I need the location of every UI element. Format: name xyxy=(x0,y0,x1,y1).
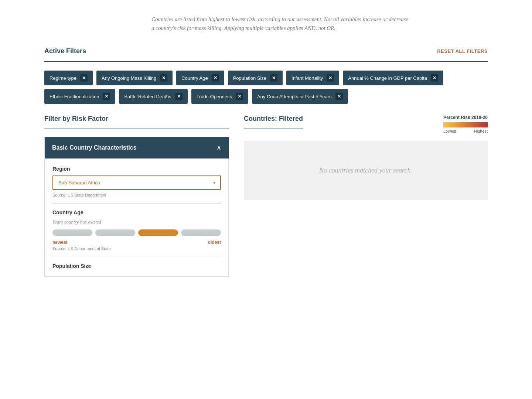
filter-panel-title: Filter by Risk Factor xyxy=(44,115,229,123)
filter-tag-label: Regime type xyxy=(50,75,76,81)
range-segment-1 xyxy=(52,229,92,236)
range-segment-4 xyxy=(181,229,221,236)
filter-tag-ethnic-frac[interactable]: Ethnic Fractionalization✕ xyxy=(44,89,115,104)
filter-tag-regime-type[interactable]: Regime type✕ xyxy=(44,71,93,85)
filter-tag-close-icon[interactable]: ✕ xyxy=(431,74,438,82)
filter-tag-trade-openness[interactable]: Trade Openness✕ xyxy=(191,89,248,104)
country-age-label: Country Age xyxy=(52,209,221,215)
filter-tag-close-icon[interactable]: ✕ xyxy=(160,74,167,82)
filter-tag-coup-attempts[interactable]: Any Coup Attempts in Past 5 Years✕ xyxy=(252,89,348,104)
filter-tag-close-icon[interactable]: ✕ xyxy=(80,74,88,82)
filter-tags-container: Regime type✕Any Ongoing Mass Killing✕Cou… xyxy=(44,71,488,104)
filter-tag-label: Trade Openness xyxy=(197,94,232,99)
range-segment-active xyxy=(138,229,178,236)
countries-panel: Countries: Filtered Percent Risk 2019-20… xyxy=(244,115,488,200)
accordion-basic-country: Basic Country Characteristics ∧ Region S… xyxy=(44,137,229,277)
filter-tag-battle-deaths[interactable]: Battle-Related Deaths✕ xyxy=(119,89,187,104)
filter-tag-label: Any Coup Attempts in Past 5 Years xyxy=(257,94,332,99)
filter-tag-gdp-change[interactable]: Annual % Change in GDP per Capita✕ xyxy=(343,71,443,85)
filter-tag-label: Annual % Change in GDP per Capita xyxy=(348,75,427,81)
filter-tag-close-icon[interactable]: ✕ xyxy=(175,93,183,100)
filter-tag-infant-mortality[interactable]: Infant Mortality✕ xyxy=(286,71,339,85)
filter-tag-label: Infant Mortality xyxy=(291,75,323,81)
range-segment-2 xyxy=(95,229,135,236)
filter-tag-close-icon[interactable]: ✕ xyxy=(103,93,110,100)
country-age-subtitle: Years country has existed xyxy=(52,219,221,225)
population-size-label: Population Size xyxy=(52,263,221,269)
filter-tag-close-icon[interactable]: ✕ xyxy=(212,74,219,82)
region-select-wrapper: Sub-Saharan Africa Middle East & North A… xyxy=(52,175,221,190)
range-label-newest: newest xyxy=(52,240,68,245)
active-filters-title: Active Filters xyxy=(44,47,86,55)
filter-tag-close-icon[interactable]: ✕ xyxy=(270,74,277,82)
region-select[interactable]: Sub-Saharan Africa Middle East & North A… xyxy=(52,175,221,190)
range-labels: newest oldest xyxy=(52,240,221,245)
percent-risk-legend: Percent Risk 2019-20 Lowest Highest xyxy=(443,115,488,133)
filter-tag-close-icon[interactable]: ✕ xyxy=(327,74,334,82)
accordion-chevron-icon: ∧ xyxy=(216,144,221,152)
filter-tag-label: Population Size xyxy=(233,75,266,81)
country-age-source: Source: US Department of State xyxy=(52,246,221,251)
countries-results-box: No countries matched your search. xyxy=(244,141,488,200)
legend-lowest-label: Lowest xyxy=(443,129,456,133)
filter-tag-label: Any Ongoing Mass Killing xyxy=(102,75,156,81)
filter-tag-close-icon[interactable]: ✕ xyxy=(236,93,243,100)
accordion-header[interactable]: Basic Country Characteristics ∧ xyxy=(45,137,229,158)
filter-tag-label: Ethnic Fractionalization xyxy=(50,94,99,99)
region-divider xyxy=(52,203,221,204)
region-label: Region xyxy=(52,166,221,172)
main-content: Filter by Risk Factor Basic Country Char… xyxy=(44,115,488,277)
region-source: Source: US State Department xyxy=(52,193,221,197)
accordion-title: Basic Country Characteristics xyxy=(52,144,137,151)
legend-gradient xyxy=(443,122,488,127)
filter-tag-population-size[interactable]: Population Size✕ xyxy=(228,71,283,85)
no-results-message: No countries matched your search. xyxy=(319,167,412,174)
intro-text: Countries are listed from highest to low… xyxy=(122,15,410,33)
filter-tag-ongoing-mass-killing[interactable]: Any Ongoing Mass Killing✕ xyxy=(96,71,173,85)
reset-all-filters-button[interactable]: RESET ALL FILTERS xyxy=(437,48,488,54)
filter-tag-close-icon[interactable]: ✕ xyxy=(335,93,343,100)
filters-divider xyxy=(44,61,488,62)
filter-tag-country-age[interactable]: Country Age✕ xyxy=(176,71,224,85)
countries-panel-title: Countries: Filtered xyxy=(244,115,303,123)
filter-panel-divider xyxy=(44,129,229,129)
legend-labels: Lowest Highest xyxy=(443,129,488,133)
legend-title: Percent Risk 2019-20 xyxy=(443,115,488,120)
country-age-divider xyxy=(52,257,221,257)
filter-tag-label: Country Age xyxy=(181,75,208,81)
active-filters-section: Active Filters RESET ALL FILTERS Regime … xyxy=(44,47,488,104)
filter-tag-label: Battle-Related Deaths xyxy=(124,94,171,99)
country-age-slider[interactable] xyxy=(52,229,221,236)
accordion-body: Region Sub-Saharan Africa Middle East & … xyxy=(45,158,229,277)
filter-panel: Filter by Risk Factor Basic Country Char… xyxy=(44,115,229,277)
countries-panel-divider xyxy=(244,129,303,129)
range-label-oldest: oldest xyxy=(208,240,221,245)
legend-highest-label: Highest xyxy=(474,129,488,133)
